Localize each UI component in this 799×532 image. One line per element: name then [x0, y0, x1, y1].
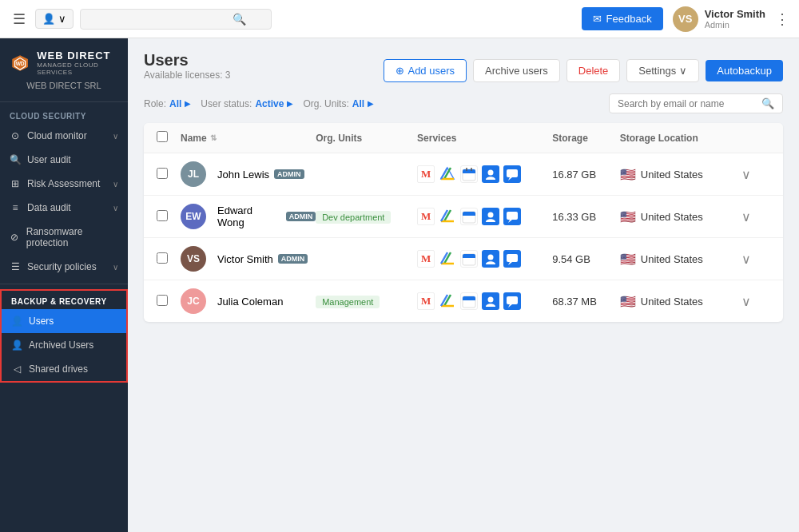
settings-chevron-icon: ∨ — [679, 65, 687, 77]
location-2: 🇺🇸 United States — [620, 209, 741, 224]
user-name-col-1: JL John Lewis ADMIN — [181, 161, 316, 187]
services-2: M — [417, 208, 552, 225]
logo-sub: MANAGED CLOUD SERVICES — [37, 62, 118, 76]
contacts-icon-4 — [482, 292, 499, 310]
user-filter-dropdown[interactable]: 👤 ∨ — [35, 9, 74, 29]
storage-4: 68.37 MB — [552, 296, 620, 308]
more-options-button[interactable]: ⋮ — [775, 10, 789, 28]
header-storage: Storage — [552, 133, 620, 144]
drive-icon-2 — [439, 208, 456, 225]
svg-rect-10 — [463, 172, 475, 173]
backup-recovery-section: BACKUP & RECOVERY 👤 Users 👤 Archived Use… — [0, 289, 128, 383]
sidebar-logo: WD WEB DIRECT MANAGED CLOUD SERVICES WEB… — [0, 38, 128, 102]
sidebar-item-user-audit[interactable]: 🔍 User audit — [0, 148, 128, 172]
user-search[interactable]: 🔍 — [609, 93, 783, 113]
expand-button-4[interactable]: ∨ — [741, 294, 751, 309]
global-search-icon: 🔍 — [233, 13, 246, 26]
user-name-top: Victor Smith — [705, 8, 765, 20]
contacts-icon-1 — [482, 165, 499, 183]
archive-users-button[interactable]: Archive users — [473, 59, 560, 82]
svg-marker-33 — [508, 262, 512, 265]
add-users-button[interactable]: ⊕ Add users — [384, 59, 467, 82]
sidebar-item-label-archived-users: Archived Users — [29, 339, 93, 351]
row-checkbox-4[interactable] — [157, 295, 168, 306]
flag-icon-1: 🇺🇸 — [620, 167, 636, 182]
svg-point-40 — [488, 297, 494, 303]
expand-button-2[interactable]: ∨ — [741, 209, 751, 224]
logo-icon: WD — [10, 50, 30, 76]
gmail-icon-4: M — [417, 292, 435, 310]
filters-row: Role: All ▶ User status: Active ▶ Org. U… — [144, 93, 783, 113]
page-header: Users Available licenses: 3 ⊕ Add users … — [144, 51, 783, 90]
role-filter-arrow: ▶ — [185, 99, 191, 108]
flag-icon-3: 🇺🇸 — [620, 252, 636, 267]
sidebar-item-security-policies[interactable]: ☰ Security policies ∨ — [0, 255, 128, 279]
org-units-filter[interactable]: Org. Units: All ▶ — [303, 98, 374, 109]
header-location: Storage Location — [620, 133, 741, 144]
feedback-button[interactable]: ✉ Feedback — [582, 7, 663, 30]
sidebar-item-shared-drives[interactable]: ◁ Shared drives — [2, 357, 126, 381]
services-1: M — [417, 165, 552, 183]
expand-button-1[interactable]: ∨ — [741, 167, 751, 182]
avatar-3: VS — [181, 246, 206, 272]
gmail-icon-1: M — [417, 165, 435, 183]
sidebar-item-ransomware[interactable]: ⊘ Ransomware protection — [0, 220, 128, 255]
shared-drives-icon: ◁ — [11, 363, 22, 375]
name-sort-icon[interactable]: ⇅ — [210, 133, 217, 142]
user-audit-icon: 🔍 — [10, 154, 21, 165]
chevron-risk-icon: ∨ — [113, 180, 118, 189]
sidebar-item-label-shared-drives: Shared drives — [29, 363, 88, 375]
user-profile-area: VS Victor Smith Admin — [673, 6, 765, 32]
table-row: VS Victor Smith ADMIN M — [144, 238, 783, 280]
global-search-input[interactable] — [89, 13, 233, 25]
row-checkbox-2[interactable] — [157, 210, 168, 221]
user-status-filter[interactable]: User status: Active ▶ — [201, 98, 293, 109]
svg-point-13 — [488, 170, 494, 176]
header-org: Org. Units — [316, 133, 417, 144]
sidebar-item-data-audit[interactable]: ≡ Data audit ∨ — [0, 196, 128, 220]
sidebar-item-cloud-monitor[interactable]: ⊙ Cloud monitor ∨ — [0, 124, 128, 148]
expand-button-3[interactable]: ∨ — [741, 252, 751, 267]
sidebar-item-label-users: Users — [29, 316, 54, 327]
services-3: M — [417, 250, 552, 268]
svg-marker-42 — [508, 304, 512, 308]
global-search[interactable]: 🔍 — [80, 9, 272, 30]
main-content: Users Available licenses: 3 ⊕ Add users … — [128, 38, 799, 532]
add-users-label: Add users — [407, 65, 455, 77]
user-status-label: User status: — [201, 98, 252, 109]
svg-rect-30 — [463, 256, 475, 258]
role-filter[interactable]: Role: All ▶ — [144, 98, 191, 109]
avatar-1: JL — [181, 161, 206, 187]
svg-point-22 — [488, 212, 494, 218]
row-checkbox-1[interactable] — [157, 168, 168, 179]
sidebar-item-risk-assessment[interactable]: ⊞ Risk Assessment ∨ — [0, 172, 128, 196]
user-search-input[interactable] — [618, 98, 761, 109]
admin-badge-1: ADMIN — [274, 169, 304, 179]
sidebar-item-archived-users[interactable]: 👤 Archived Users — [2, 333, 126, 357]
chevron-down-icon: ∨ — [113, 132, 118, 141]
storage-3: 9.54 GB — [552, 253, 620, 265]
svg-marker-24 — [508, 220, 512, 223]
security-policies-icon: ☰ — [10, 261, 21, 272]
sidebar-item-label-risk-assessment: Risk Assessment — [27, 178, 100, 189]
chat-icon-1 — [503, 165, 521, 183]
chat-icon-3 — [503, 250, 521, 268]
users-icon: 👤 — [11, 316, 22, 327]
hamburger-button[interactable]: ☰ — [10, 7, 29, 31]
page-title-area: Users Available licenses: 3 — [144, 51, 231, 90]
svg-marker-15 — [508, 177, 512, 181]
sidebar-item-users[interactable]: 👤 Users — [2, 309, 126, 333]
svg-rect-41 — [507, 296, 518, 304]
svg-rect-23 — [507, 212, 518, 220]
autobackup-button[interactable]: Autobackup — [706, 60, 783, 81]
user-name-1: John Lewis — [217, 169, 269, 181]
select-all-checkbox[interactable] — [157, 131, 168, 142]
delete-button[interactable]: Delete — [566, 59, 621, 82]
org-units-value: All — [352, 98, 364, 109]
svg-rect-32 — [507, 254, 518, 262]
settings-button[interactable]: Settings ∨ — [626, 59, 699, 82]
user-name-3: Victor Smith — [217, 253, 273, 265]
user-avatar-top: VS — [673, 6, 698, 32]
location-text-4: United States — [641, 296, 703, 308]
row-checkbox-3[interactable] — [157, 252, 168, 264]
